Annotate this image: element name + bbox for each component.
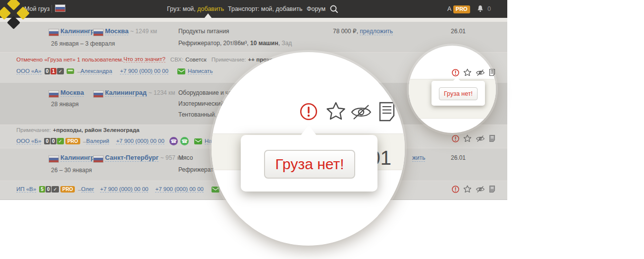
ati-cargo-screen: Мой груз Груз: мой, добавить Транспорт: … [0,0,644,259]
tooltip-arrow [301,125,317,135]
load-type: Зад [281,40,292,47]
to-city-link[interactable]: Калининград [105,89,147,97]
note-label: Примечание: [212,57,246,63]
nav-cargo-label[interactable]: Груз: мой, [167,5,196,12]
ati-logo[interactable] [0,0,31,30]
no-cargo-tooltip-small: Груза нет! [431,81,485,106]
nav-divider [52,5,52,13]
favorite-star-icon-large[interactable] [325,101,346,123]
account-menu[interactable]: А PRO [447,0,470,18]
truck-requirements: Рефрижерат [178,166,214,173]
to-flag-icon [93,155,104,164]
pro-badge[interactable]: PRO [453,5,470,13]
note-label: Примечание: [16,127,51,133]
no-cargo-tooltip-large: Груза нет! [241,135,377,192]
contact-person-link[interactable]: Олег [81,186,94,193]
phone-link[interactable]: +7 900 (000) 00 00 [120,68,168,74]
what-is-it-link[interactable]: Что это значит? [123,56,165,63]
write-message-link[interactable]: Написать [188,68,213,74]
load-dates: 26 января – 3 февраля [51,40,115,47]
from-city-link[interactable]: Москва [60,89,84,97]
svh-label: СВХ: [170,57,183,63]
company-link[interactable]: ООО «Б» [16,138,41,144]
hide-eye-icon[interactable] [476,69,485,78]
top-navbar: Мой груз Груз: мой, добавить Транспорт: … [0,0,507,18]
offer-price-link[interactable]: предложить [360,28,393,35]
cargo-name: Мясо [178,154,193,161]
price-cell: 78 000 ₽, предложить [333,28,393,35]
page-top-strip [0,18,507,22]
load-dates: 28 января [51,101,79,108]
hide-eye-icon[interactable] [476,186,485,195]
to-flag-icon [93,28,104,37]
logo-diamond-bottom [7,16,20,29]
notifications-bell-icon[interactable] [477,5,483,13]
nav-cargo-menu[interactable]: Груз: мой, добавить [167,0,224,18]
truck-type-1: Изотермический [178,100,224,107]
phone-link-1[interactable]: +7 900 (000) 00 00 [100,186,149,193]
favorite-star-icon[interactable] [463,134,472,144]
contact-person-link[interactable]: Валерий [86,138,109,144]
logo-diamond-right [16,6,30,20]
pro-badge: PRO [60,186,75,193]
account-initial[interactable]: А [447,5,451,12]
to-flag-icon [93,90,104,99]
row-2-action-icons [452,134,495,144]
offer-price-link-fragment[interactable]: жить [412,154,425,162]
no-cargo-label: Груза нет! [264,150,355,179]
note-value: +проходы, район Зеленограда [53,127,140,133]
viber-icon[interactable] [169,137,178,145]
rating-badges[interactable]: 00✓PRO [44,138,80,144]
notification-count: 0 [487,0,491,18]
search-icon[interactable] [329,4,338,13]
nav-forum[interactable]: Форум [307,0,325,18]
phone-link[interactable]: +7 900 (000) 00 00 [116,138,164,144]
logo-diamond-left [0,6,11,20]
magnifier-lens-circle: 26.01 Груза нет! [212,52,405,246]
cargo-name: Продукты питания [178,28,229,35]
message-envelope-icon[interactable] [212,187,219,193]
cargo-row-1[interactable]: Калининград 26 января – 3 февраля Москва… [0,22,507,52]
to-city-link[interactable]: Москва [105,27,128,35]
whatsapp-icon[interactable] [180,137,189,145]
no-cargo-warning-icon-large[interactable] [300,103,318,123]
cargo-name: Оборудование и ча [178,89,232,96]
nav-transport-menu[interactable]: Транспорт: мой, добавить [228,0,302,18]
russia-flag-icon [55,4,65,12]
favorite-star-icon[interactable] [463,68,472,78]
from-flag-icon [49,28,59,37]
route-distance: ~ 1234 км [149,89,175,96]
company-link[interactable]: ООО «А» [16,68,42,74]
trucks-count: 10 машин [250,40,278,47]
no-cargo-label: Груза нет! [439,87,478,100]
tooltip-arrow [453,77,461,81]
favorite-star-icon[interactable] [463,185,472,195]
message-envelope-icon[interactable] [194,138,202,144]
nav-cargo-add-link[interactable]: добавить [197,5,224,12]
note-document-icon[interactable] [489,134,495,144]
company-link[interactable]: ИП «В» [16,186,36,193]
phone-link-2[interactable]: +7 900 (000) 00 00 [155,186,204,193]
language-flag-ru[interactable] [55,0,65,18]
to-city-link[interactable]: Санкт-Петербург [105,154,159,162]
no-cargo-mark-text: Отмечено «Груза нет» 1 пользователем. [16,57,123,63]
no-cargo-warning-icon[interactable] [452,186,459,195]
note-document-icon-large[interactable] [378,101,395,124]
load-dates: 26 – 30 января [51,167,92,174]
route-distance: ~ 1249 км [130,28,157,35]
publish-date: 26.01 [451,28,466,35]
rating-badges[interactable]: 50✓PRO [39,186,75,193]
note-document-icon[interactable] [489,68,495,78]
from-flag-icon [49,155,59,164]
rating-badges[interactable]: 01✓ [45,68,65,74]
no-cargo-warning-icon[interactable] [452,135,459,144]
row-3-action-icons [452,185,495,195]
hide-eye-icon[interactable] [476,135,485,144]
note-document-icon[interactable] [489,185,495,195]
logo-diamond-top [7,0,20,10]
truck-type-2: Тентованный, 5 [178,111,221,118]
hide-eye-icon-large[interactable] [350,103,373,123]
contact-person-link[interactable]: Александра [80,68,112,74]
message-envelope-icon[interactable] [177,68,185,74]
truck-requirements: Рефрижератор, 20т/86м³, 10 машин, Зад [178,40,292,47]
